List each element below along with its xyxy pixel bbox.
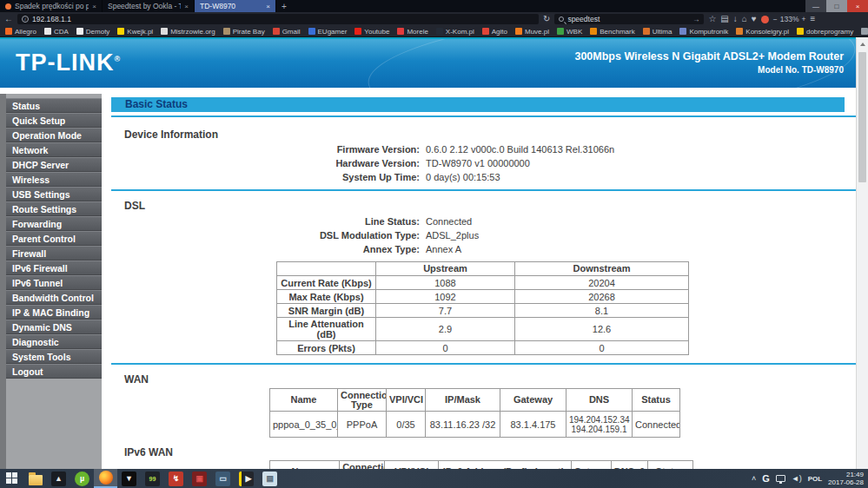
bookmark-item[interactable]: Allegro	[5, 28, 36, 36]
bookmark-item[interactable]: Komputronik	[679, 28, 728, 36]
sidebar-item-ipv6-tunnel[interactable]: IPv6 Tunnel	[6, 275, 102, 290]
bookmark-item[interactable]: MMO	[861, 28, 868, 36]
bookmark-item[interactable]: CDA	[44, 28, 69, 36]
reload-icon[interactable]: ↻	[543, 12, 550, 26]
bookmark-item[interactable]: Youtube	[354, 28, 389, 36]
bookmark-favicon	[5, 28, 12, 35]
taskbar-hw-monitor[interactable]: 99	[141, 469, 164, 488]
taskbar-clock[interactable]: 21:49 2017-06-28	[828, 471, 864, 486]
sidebar-item-parent-control[interactable]: Parent Control	[6, 231, 102, 246]
scroll-up-arrow-icon[interactable]	[857, 38, 868, 50]
tray-expand-icon[interactable]: ˄	[752, 474, 756, 483]
sidebar-item-usb-settings[interactable]: USB Settings	[6, 187, 102, 201]
url-bar[interactable]: i	[17, 14, 539, 24]
sidebar-item-operation-mode[interactable]: Operation Mode	[6, 128, 102, 142]
sidebar-item-quick-setup[interactable]: Quick Setup	[6, 113, 102, 128]
minimize-button[interactable]: —	[805, 0, 826, 12]
bookmark-favicon	[44, 28, 51, 35]
bookmark-item[interactable]: EUgamer	[308, 28, 348, 36]
clipboard-icon[interactable]: ▤	[720, 12, 728, 26]
field-label: DSL Modulation Type:	[111, 230, 420, 241]
tab-close-icon[interactable]: ×	[92, 3, 96, 10]
taskbar-corsair-app[interactable]: ▲	[47, 469, 70, 488]
sidebar-item-dhcp-server[interactable]: DHCP Server	[6, 157, 102, 172]
language-indicator[interactable]: POL	[808, 475, 822, 483]
tab-close-icon[interactable]: ×	[266, 3, 270, 10]
zoom-out-icon[interactable]: −	[773, 15, 778, 23]
sidebar-item-wireless[interactable]: Wireless	[6, 172, 102, 187]
bookmark-item[interactable]: WBK	[557, 28, 582, 36]
sidebar-item-ipv6-firewall[interactable]: IPv6 Firewall	[6, 260, 102, 275]
bookmark-item[interactable]: Konsoleigry.pl	[736, 28, 789, 36]
table-header-cell: Downstream	[515, 262, 689, 276]
taskbar-media-player[interactable]: ▶	[235, 469, 258, 488]
sidebar-item-bandwidth-control[interactable]: Bandwidth Control	[6, 290, 102, 305]
taskbar-remote-desktop[interactable]: ▭	[211, 469, 235, 488]
taskbar-foobar[interactable]: ▼	[117, 469, 141, 488]
table-cell: 0/35	[387, 412, 426, 438]
sidebar-item-route-settings[interactable]: Route Settings	[6, 201, 102, 216]
close-button[interactable]: ×	[847, 0, 868, 12]
bookmark-favicon	[515, 28, 522, 35]
sidebar-item-network[interactable]: Network	[6, 142, 102, 157]
pocket-icon[interactable]: ♥	[752, 12, 757, 26]
sidebar-item-dynamic-dns[interactable]: Dynamic DNS	[6, 320, 102, 334]
adblock-icon[interactable]	[761, 16, 769, 23]
search-bar[interactable]: →	[554, 14, 704, 24]
taskbar-utorrent[interactable]: µ	[70, 469, 94, 488]
browser-tab-active[interactable]: TD-W8970 ×	[195, 0, 276, 12]
bookmark-item[interactable]: Gmail	[273, 28, 301, 36]
bookmark-item[interactable]: X-Kom.pl	[436, 28, 474, 36]
sidebar-item-ip-mac-binding[interactable]: IP & MAC Binding	[6, 305, 102, 320]
search-input[interactable]	[567, 15, 689, 23]
speaker-icon[interactable]: ◄)	[792, 474, 802, 483]
sidebar-item-logout[interactable]: Logout	[6, 364, 102, 379]
bookmark-item[interactable]: Agito	[482, 28, 507, 36]
taskbar-red-app[interactable]: ▣	[188, 469, 211, 488]
network-icon[interactable]	[776, 475, 785, 482]
new-tab-button[interactable]: +	[276, 0, 292, 12]
browser-tab-2[interactable]: Speedtest by Ookla - The G ×	[103, 0, 195, 12]
bookmark-item[interactable]: Kwejk.pl	[117, 28, 153, 36]
scrollbar-thumb[interactable]	[858, 52, 866, 182]
table-header-cell: Connection Type	[340, 461, 385, 470]
table-row-label: Current Rate (Kbps)	[277, 276, 376, 290]
browser-tab-1[interactable]: Spadek prędkości po przed ×	[0, 0, 103, 12]
taskbar-firefox[interactable]	[94, 469, 117, 488]
bookmark-item[interactable]: Morele	[397, 28, 427, 36]
sidebar-item-firewall[interactable]: Firewall	[6, 246, 102, 260]
logitech-g-icon[interactable]: G	[762, 473, 770, 484]
bookmark-star-icon[interactable]: ☆	[708, 12, 716, 26]
bookmark-item[interactable]: Mistrzowie.org	[161, 28, 215, 36]
sidebar-item-status[interactable]: Status	[6, 98, 102, 113]
bookmark-item[interactable]: Ultima	[643, 28, 673, 36]
sidebar-item-forwarding[interactable]: Forwarding	[6, 216, 102, 231]
bookmark-item[interactable]: dobreprogramy	[797, 28, 853, 36]
taskbar-notes-app[interactable]: ▤	[258, 469, 282, 488]
home-icon[interactable]: ⌂	[742, 12, 747, 26]
bookmark-item[interactable]: Benchmark	[590, 28, 634, 36]
downloads-icon[interactable]: ↓	[733, 12, 738, 26]
bookmark-item[interactable]: Demoty	[76, 28, 110, 36]
divider	[111, 363, 856, 365]
url-input[interactable]	[32, 15, 534, 23]
back-icon[interactable]: ←	[4, 12, 13, 26]
menu-icon[interactable]: ≡	[810, 12, 815, 26]
sidebar-item-diagnostic[interactable]: Diagnostic	[6, 334, 102, 349]
start-button[interactable]	[0, 469, 23, 488]
sidebar-item-system-tools[interactable]: System Tools	[6, 349, 102, 364]
bookmark-item[interactable]: Muve.pl	[515, 28, 549, 36]
table-header-cell: IP/Mask	[426, 389, 500, 412]
bookmark-favicon	[273, 28, 280, 35]
taskbar-download-manager[interactable]: ↯	[164, 469, 188, 488]
zoom-level: 133%	[780, 15, 799, 23]
zoom-in-icon[interactable]: +	[802, 15, 806, 23]
taskbar-file-explorer[interactable]	[23, 469, 47, 488]
site-info-icon[interactable]: i	[22, 16, 29, 23]
dsl-heading: DSL	[124, 200, 856, 212]
bookmark-item[interactable]: Pirate Bay	[223, 28, 265, 36]
page-scrollbar[interactable]	[856, 38, 868, 469]
tab-close-icon[interactable]: ×	[184, 3, 189, 10]
maximize-button[interactable]: □	[826, 0, 847, 12]
search-go-icon[interactable]: →	[692, 15, 700, 23]
